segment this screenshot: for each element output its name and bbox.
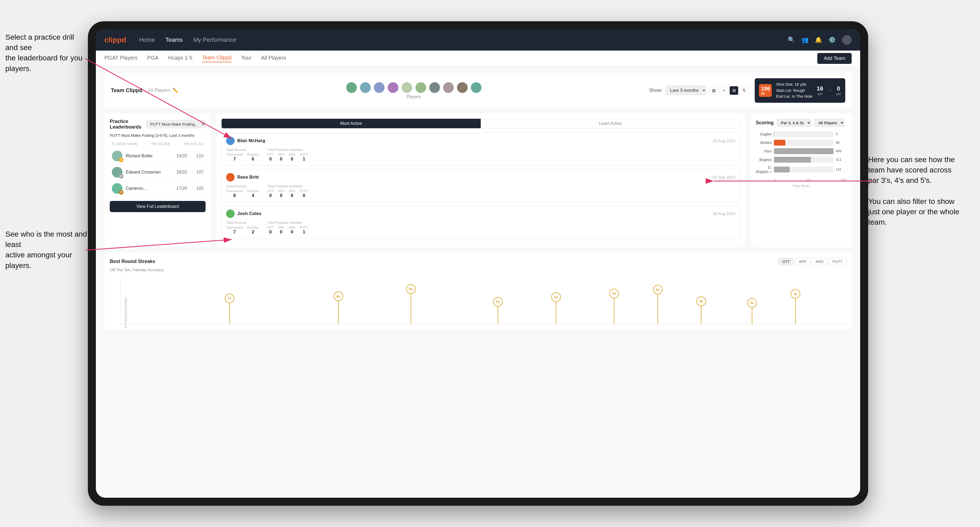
- bar-row: Bogeys 311: [756, 157, 846, 163]
- subnav-all-players[interactable]: All Players: [261, 55, 286, 62]
- player-avg: 107: [190, 170, 204, 175]
- add-team-button[interactable]: Add Team: [817, 53, 852, 64]
- total-practice-label: Total Practice Activities: [267, 148, 308, 152]
- shot-value: 198: [761, 86, 770, 92]
- streak-btn-app[interactable]: APP: [795, 258, 810, 265]
- list-view-button[interactable]: ≡: [719, 86, 728, 95]
- ott-col: OTT 0: [267, 226, 274, 235]
- avatar-10[interactable]: [470, 82, 482, 94]
- subnav-team-clippd[interactable]: Team Clippd: [202, 55, 231, 62]
- lb-rows: 1Richard Butler19/201102Edward Crossman1…: [110, 148, 205, 197]
- streak-dot: 5x: [493, 297, 503, 324]
- pa-date: 26 Aug 2023: [713, 138, 735, 143]
- grid-view-button[interactable]: ▦: [710, 86, 718, 95]
- lb-avatar: 1: [112, 151, 123, 161]
- avatar-5[interactable]: [401, 82, 413, 94]
- end-lie-label: End Lie:: [776, 94, 791, 98]
- bell-icon[interactable]: 🔔: [815, 37, 822, 43]
- streak-btn-arg[interactable]: ARG: [811, 258, 827, 265]
- rank-badge: 3: [119, 190, 124, 195]
- player-activity-row: Blair McHarg 26 Aug 2023 Total Rounds To…: [221, 133, 740, 166]
- yards-to: 0 yds: [836, 85, 841, 96]
- streak-dot: 4x: [653, 285, 663, 324]
- arg-col: ARG 0: [289, 226, 296, 235]
- subnav-pgat[interactable]: PGAT Players: [104, 55, 138, 62]
- bar-value: 3: [836, 132, 846, 136]
- avatar-7[interactable]: [429, 82, 441, 94]
- avatar-3[interactable]: [373, 82, 385, 94]
- pa-rounds-values: Tournament 8 Practice 4: [226, 189, 259, 198]
- practice-col: Practice 2: [247, 226, 259, 235]
- subnav-tour[interactable]: Tour: [241, 55, 251, 62]
- streaks-header: Best Round Streaks OTT APP ARG PUTT: [110, 258, 846, 265]
- yards-from: 16 yds: [817, 85, 823, 96]
- nav-link-home[interactable]: Home: [139, 37, 155, 43]
- streak-btn-putt[interactable]: PUTT: [829, 258, 846, 265]
- streak-dot: 5x: [551, 292, 561, 324]
- streak-label: 4x: [653, 285, 663, 294]
- bar-label: Bogeys: [756, 157, 772, 162]
- view-full-leaderboard-button[interactable]: View Full Leaderboard: [110, 201, 205, 212]
- drill-select[interactable]: PUTT Must Make Putting...: [146, 120, 205, 128]
- streaks-subtitle: Off The Tee, Fairway Accuracy: [110, 268, 846, 272]
- team-title: Team Clippd: [111, 87, 142, 94]
- nav-link-performance[interactable]: My Performance: [193, 37, 236, 43]
- pa-header: Blair McHarg 26 Aug 2023: [226, 137, 735, 145]
- pa-practice-values: OTT 0 APP 0 ARG 0 PUTT 1: [267, 153, 308, 162]
- pa-player-name: Josh Coles: [237, 211, 261, 216]
- scoring-filter-select[interactable]: Par 3, 4 & 5s: [777, 119, 811, 127]
- main-content: Team Clippd | 14 Players ✏️: [96, 67, 860, 498]
- streak-line: [795, 298, 796, 324]
- pa-practice-values: OTT 0 APP 0 ARG 0 PUTT 1: [267, 226, 308, 235]
- annotation-bottom-left: See who is the most and least active amo…: [5, 229, 91, 271]
- avatar-6[interactable]: [415, 82, 426, 94]
- team-avatars-wrapper: Players: [185, 82, 643, 99]
- total-rounds-label: Total Rounds: [226, 148, 259, 152]
- pa-stats: Total Rounds Tournament 7 Practice 6 Tot…: [226, 148, 735, 162]
- lb-table-header: PLAYER NAME PB SCORE PB AVG SQ: [110, 142, 205, 146]
- bar-value: 131: [836, 167, 846, 171]
- streak-btn-ott[interactable]: OTT: [778, 258, 794, 265]
- people-icon[interactable]: 👥: [801, 37, 808, 43]
- avatar-2[interactable]: [360, 82, 371, 94]
- total-practice-group: Total Practice Activities OTT 0 APP 0 AR…: [267, 184, 308, 198]
- bar-value: 311: [836, 157, 846, 162]
- subnav-hcaps[interactable]: Hcaps 1-5: [168, 55, 192, 62]
- search-icon[interactable]: 🔍: [788, 37, 795, 43]
- bar-label: Pars: [756, 149, 772, 153]
- most-active-tab[interactable]: Most Active: [221, 119, 481, 128]
- streak-chart: % Fairway Accuracy 7x 6x 6x 5x 5x 4x 4x …: [120, 276, 846, 324]
- shot-card: 198 SC Shot Dist: 16 yds Start Lie: Roug…: [755, 78, 845, 103]
- nav-link-teams[interactable]: Teams: [165, 37, 183, 43]
- subnav-pga[interactable]: PGA: [147, 55, 158, 62]
- tablet-frame: clippd Home Teams My Performance 🔍 👥 🔔 ⚙…: [88, 21, 868, 506]
- settings-icon[interactable]: ⚙️: [829, 37, 836, 43]
- edit-icon[interactable]: ✏️: [173, 87, 178, 94]
- streak-line: [614, 298, 614, 324]
- least-active-tab[interactable]: Least Active: [481, 119, 740, 128]
- filter-button[interactable]: ⇅: [740, 86, 748, 95]
- start-lie-label: Start Lie:: [776, 88, 792, 93]
- user-avatar[interactable]: [842, 35, 852, 45]
- tournament-col: Tournament 8: [226, 189, 243, 198]
- team-show: Show: Last 3 months ▦ ≡ ⊞ ⇅: [649, 86, 748, 95]
- scoring-players-select[interactable]: All Players: [815, 119, 845, 127]
- bar-container: [774, 131, 834, 137]
- tablet-screen: clippd Home Teams My Performance 🔍 👥 🔔 ⚙…: [96, 29, 860, 498]
- avatar-8[interactable]: [442, 82, 454, 94]
- lb-avatar: 3: [112, 183, 123, 194]
- yards-from-value: 16: [817, 85, 823, 92]
- streak-label: 4x: [609, 289, 619, 298]
- streak-line: [556, 302, 556, 324]
- shot-details: Shot Dist: 16 yds Start Lie: Rough End L…: [776, 81, 813, 100]
- avatar-9[interactable]: [457, 82, 468, 94]
- ott-col: OTT 0: [267, 189, 274, 198]
- pa-header: Rees Britt 02 Sep 2023: [226, 173, 735, 181]
- avatar-1[interactable]: [346, 82, 357, 94]
- avatar-4[interactable]: [387, 82, 399, 94]
- team-count: 14 Players: [148, 87, 170, 93]
- show-period-select[interactable]: Last 3 months: [665, 86, 706, 95]
- bar-fill: [774, 131, 774, 137]
- card-view-button[interactable]: ⊞: [730, 86, 738, 95]
- rank-badge: 2: [119, 174, 124, 179]
